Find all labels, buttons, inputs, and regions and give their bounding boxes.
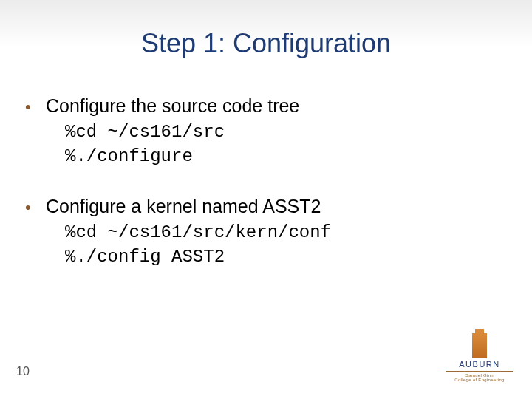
slide: Step 1: Configuration • Configure the so… bbox=[0, 0, 532, 399]
logo-subtitle-2: College of Engineering bbox=[446, 378, 513, 383]
bullet-text: Configure a kernel named ASST2 bbox=[46, 195, 321, 218]
code-block: %cd ~/cs161/src/kern/conf %./config ASST… bbox=[65, 221, 502, 269]
tower-icon bbox=[472, 333, 487, 358]
bullet-dot-icon: • bbox=[25, 198, 46, 217]
code-block: %cd ~/cs161/src %./configure bbox=[65, 120, 502, 168]
page-number: 10 bbox=[16, 365, 30, 378]
bullet-item: • Configure a kernel named ASST2 bbox=[25, 195, 502, 218]
slide-title: Step 1: Configuration bbox=[0, 28, 532, 59]
logo-name: AUBURN bbox=[446, 360, 513, 369]
university-logo: AUBURN Samuel Ginn College of Engineerin… bbox=[446, 333, 513, 383]
bullet-item: • Configure the source code tree bbox=[25, 95, 502, 117]
slide-content: • Configure the source code tree %cd ~/c… bbox=[25, 95, 502, 296]
code-line: %cd ~/cs161/src bbox=[65, 120, 502, 144]
code-line: %./configure bbox=[65, 145, 502, 168]
bullet-dot-icon: • bbox=[25, 98, 46, 117]
logo-divider bbox=[446, 371, 513, 372]
bullet-text: Configure the source code tree bbox=[46, 95, 299, 117]
code-line: %./config ASST2 bbox=[65, 245, 502, 269]
logo-subtitle-1: Samuel Ginn bbox=[446, 373, 513, 378]
code-line: %cd ~/cs161/src/kern/conf bbox=[65, 221, 502, 245]
